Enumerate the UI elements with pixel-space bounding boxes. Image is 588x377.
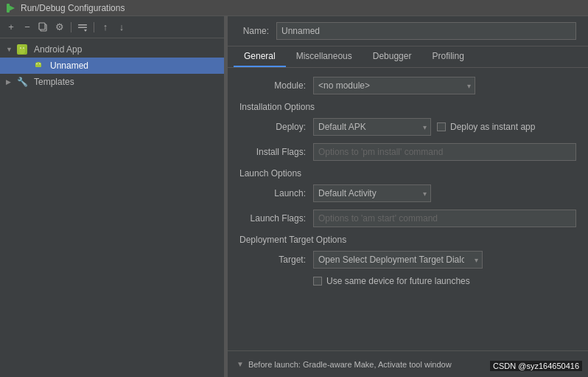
svg-rect-5	[78, 27, 87, 28]
toolbar: + − ⚙ ↑ ↓	[0, 16, 224, 38]
svg-line-12	[23, 46, 24, 48]
name-input[interactable]	[276, 22, 576, 40]
same-device-label: Use same device for future launches	[326, 276, 470, 286]
same-device-checkbox[interactable]	[313, 277, 322, 286]
toolbar-separator2	[94, 22, 94, 32]
svg-marker-6	[84, 30, 87, 32]
launch-label: Launch:	[239, 188, 306, 198]
left-panel: + − ⚙ ↑ ↓	[0, 16, 225, 377]
move-up-button[interactable]: ↑	[99, 21, 112, 34]
tree-item-android-app[interactable]: ▼ Android App	[0, 41, 224, 58]
android-app-label: Android App	[34, 44, 82, 55]
module-select[interactable]: <no module>	[313, 77, 475, 94]
svg-rect-1	[7, 4, 10, 13]
tree-area: ▼ Android App	[0, 38, 224, 377]
svg-rect-4	[78, 24, 87, 26]
name-label: Name:	[239, 26, 269, 36]
templates-icon: 🔧	[16, 76, 28, 88]
same-device-row: Use same device for future launches	[239, 276, 576, 286]
svg-point-16	[39, 63, 40, 64]
svg-point-15	[36, 63, 37, 64]
tabs-bar: General Miscellaneous Debugger Profiling	[228, 46, 588, 68]
module-row: Module: <no module> ▾	[239, 77, 576, 94]
deploy-label: Deploy:	[239, 122, 306, 132]
svg-rect-8	[19, 48, 25, 52]
expand-arrow-android: ▼	[6, 46, 16, 53]
bottom-bar: ▼ Before launch: Gradle-aware Make, Acti…	[228, 350, 588, 377]
instant-app-label: Deploy as instant app	[450, 122, 535, 132]
module-label: Module:	[239, 80, 306, 91]
move-down-button[interactable]: ↓	[115, 21, 128, 34]
tree-item-unnamed[interactable]: Unnamed	[0, 58, 224, 74]
target-select-wrap: Open Select Deployment Target Dialog USB…	[313, 251, 483, 269]
launch-flags-input[interactable]	[313, 210, 576, 227]
templates-label: Templates	[34, 77, 74, 87]
install-flags-input[interactable]	[313, 143, 576, 161]
copy-button[interactable]	[37, 21, 50, 34]
launch-options-label: Launch Options	[239, 168, 576, 179]
tab-general[interactable]: General	[234, 46, 286, 67]
deploy-controls: Default APK APK from app bundle Nothing …	[313, 118, 576, 136]
unnamed-label: Unnamed	[50, 60, 88, 71]
tab-profiling[interactable]: Profiling	[421, 46, 474, 67]
deployment-target-label: Deployment Target Options	[239, 235, 576, 245]
deploy-select-wrap: Default APK APK from app bundle Nothing …	[313, 118, 431, 136]
module-select-wrap: <no module> ▾	[313, 77, 475, 94]
right-panel: Name: General Miscellaneous Debugger Pro…	[228, 16, 588, 377]
install-flags-label: Install Flags:	[239, 147, 306, 157]
bottom-bar-text: Before launch: Gradle-aware Make, Activa…	[248, 360, 452, 369]
android-app-icon	[16, 44, 28, 55]
target-select[interactable]: Open Select Deployment Target Dialog USB…	[313, 251, 483, 269]
svg-line-11	[21, 46, 22, 48]
remove-button[interactable]: −	[21, 21, 34, 34]
deploy-select[interactable]: Default APK APK from app bundle Nothing	[313, 118, 431, 136]
tree-item-templates[interactable]: ▶ 🔧 Templates	[0, 74, 224, 90]
launch-select-wrap: Default Activity Specified Activity Noth…	[313, 184, 431, 202]
launch-flags-label: Launch Flags:	[239, 213, 306, 224]
target-label: Target:	[239, 255, 306, 265]
launch-row: Launch: Default Activity Specified Activ…	[239, 184, 576, 202]
main-layout: + − ⚙ ↑ ↓	[0, 16, 588, 377]
instant-app-checkbox-wrap: Deploy as instant app	[437, 122, 535, 132]
tab-miscellaneous[interactable]: Miscellaneous	[286, 46, 363, 67]
deploy-row: Deploy: Default APK APK from app bundle …	[239, 118, 576, 136]
add-button[interactable]: +	[4, 21, 18, 34]
run-debug-icon	[6, 3, 16, 13]
toolbar-separator	[71, 22, 71, 32]
launch-select[interactable]: Default Activity Specified Activity Noth…	[313, 184, 431, 202]
bottom-arrow-icon: ▼	[237, 360, 244, 368]
title-bar: Run/Debug Configurations	[0, 0, 588, 16]
target-row: Target: Open Select Deployment Target Di…	[239, 251, 576, 269]
unnamed-config-icon	[32, 60, 44, 72]
settings-button[interactable]: ⚙	[53, 21, 66, 34]
dropdown-button[interactable]	[76, 21, 89, 34]
installation-options-label: Installation Options	[239, 102, 576, 112]
tab-debugger[interactable]: Debugger	[363, 46, 422, 67]
content-area: Module: <no module> ▾ Installation Optio…	[228, 68, 588, 350]
svg-rect-3	[39, 23, 45, 30]
title-bar-text: Run/Debug Configurations	[21, 3, 125, 13]
expand-arrow-templates: ▶	[6, 78, 16, 86]
launch-flags-row: Launch Flags:	[239, 210, 576, 227]
instant-app-checkbox[interactable]	[437, 122, 446, 131]
install-flags-row: Install Flags:	[239, 143, 576, 161]
same-device-checkbox-wrap: Use same device for future launches	[313, 276, 470, 286]
name-row: Name:	[228, 16, 588, 46]
svg-rect-14	[35, 63, 41, 67]
